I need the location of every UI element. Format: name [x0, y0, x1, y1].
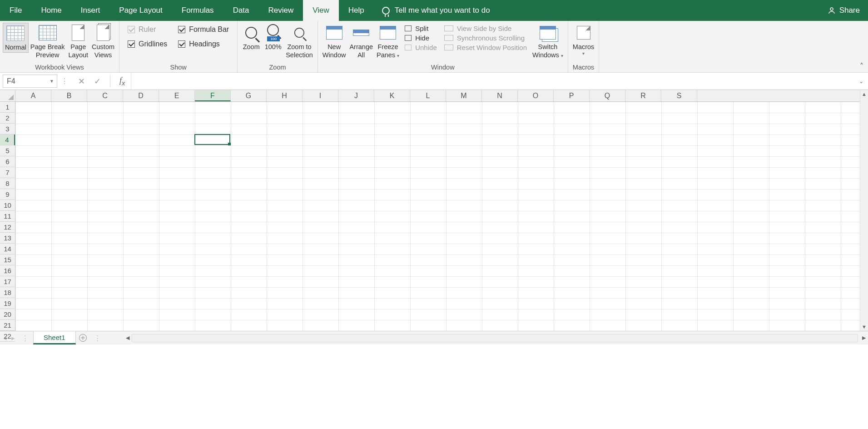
- freeze-panes-button[interactable]: Freeze Panes ▾: [375, 23, 401, 60]
- vertical-scrollbar[interactable]: ▲ ▼: [860, 90, 868, 331]
- tab-page-layout[interactable]: Page Layout: [109, 0, 172, 21]
- row-header[interactable]: 7: [0, 167, 15, 178]
- normal-view-button[interactable]: Normal: [3, 23, 29, 53]
- tab-handle-right[interactable]: ⋮: [90, 331, 105, 344]
- row-header[interactable]: 9: [0, 189, 15, 200]
- synchronous-scrolling-button: Synchronous Scrolling: [444, 34, 527, 42]
- collapse-ribbon-button[interactable]: ˄: [860, 62, 863, 70]
- column-headers[interactable]: ABCDEFGHIJKLMNOPQRS: [15, 90, 860, 102]
- row-header[interactable]: 14: [0, 244, 15, 254]
- tab-view[interactable]: View: [303, 0, 339, 21]
- scroll-right-button[interactable]: ▶: [860, 335, 868, 341]
- unhide-label: Unhide: [415, 44, 437, 51]
- row-header[interactable]: 1: [0, 102, 15, 113]
- column-header[interactable]: R: [625, 90, 661, 101]
- row-header[interactable]: 4: [0, 135, 15, 145]
- column-header[interactable]: B: [51, 90, 87, 101]
- scroll-down-button[interactable]: ▼: [860, 323, 868, 331]
- column-header[interactable]: C: [87, 90, 123, 101]
- switch-windows-button[interactable]: Switch Windows ▾: [531, 23, 565, 60]
- tab-help[interactable]: Help: [339, 0, 374, 21]
- column-header[interactable]: O: [518, 90, 554, 101]
- row-header[interactable]: 18: [0, 287, 15, 298]
- tell-me-search[interactable]: Tell me what you want to do: [374, 0, 498, 21]
- column-header[interactable]: Q: [590, 90, 625, 101]
- row-header[interactable]: 3: [0, 124, 15, 135]
- macros-icon: [575, 24, 593, 42]
- column-header[interactable]: J: [338, 90, 374, 101]
- column-header[interactable]: G: [231, 90, 267, 101]
- macros-button[interactable]: Macros ▾: [571, 23, 596, 58]
- row-header[interactable]: 11: [0, 211, 15, 222]
- hscroll-track[interactable]: [132, 334, 858, 342]
- row-header[interactable]: 15: [0, 254, 15, 265]
- expand-formula-bar-button[interactable]: ⌄: [859, 78, 868, 85]
- column-header[interactable]: M: [446, 90, 482, 101]
- row-headers[interactable]: 12345678910111213141516171819202122: [0, 102, 15, 331]
- horizontal-scrollbar[interactable]: ◀ ▶: [105, 331, 868, 344]
- zoom-100-button[interactable]: 100 100%: [262, 23, 284, 52]
- headings-checkbox[interactable]: Headings: [178, 40, 229, 48]
- hide-button[interactable]: Hide: [405, 34, 437, 42]
- split-label: Split: [415, 25, 428, 32]
- gridlines-checkbox[interactable]: Gridlines: [128, 40, 167, 48]
- tab-file[interactable]: File: [0, 0, 31, 21]
- split-button[interactable]: Split: [405, 25, 437, 32]
- column-header[interactable]: E: [159, 90, 195, 101]
- row-header[interactable]: 19: [0, 298, 15, 309]
- insert-function-button[interactable]: fx: [119, 76, 125, 87]
- cell-grid[interactable]: [15, 102, 860, 331]
- tab-insert[interactable]: Insert: [71, 0, 110, 21]
- row-header[interactable]: 13: [0, 233, 15, 244]
- name-box[interactable]: F4 ▼: [3, 75, 57, 88]
- column-header[interactable]: K: [374, 90, 410, 101]
- row-header[interactable]: 5: [0, 145, 15, 156]
- sheet-tab-active[interactable]: Sheet1: [33, 331, 76, 344]
- page-layout-button[interactable]: Page Layout: [67, 23, 90, 60]
- tab-data[interactable]: Data: [223, 0, 259, 21]
- row-header[interactable]: 21: [0, 320, 15, 331]
- column-header[interactable]: N: [482, 90, 518, 101]
- row-header[interactable]: 12: [0, 222, 15, 233]
- headings-label: Headings: [189, 40, 220, 48]
- row-header[interactable]: 16: [0, 265, 15, 276]
- row-header[interactable]: 10: [0, 200, 15, 211]
- column-header[interactable]: S: [661, 90, 697, 101]
- formula-bar-checkbox[interactable]: Formula Bar: [178, 25, 229, 34]
- row-header[interactable]: 6: [0, 156, 15, 167]
- column-header[interactable]: D: [123, 90, 159, 101]
- column-header[interactable]: A: [15, 90, 51, 101]
- group-macros: Macros ▾ Macros: [568, 21, 600, 72]
- tab-handle-left[interactable]: ⋮: [18, 331, 33, 344]
- row-header[interactable]: 2: [0, 113, 15, 124]
- arrange-all-button[interactable]: Arrange All: [347, 23, 375, 60]
- group-label-macros: Macros: [571, 63, 596, 72]
- row-header[interactable]: 17: [0, 276, 15, 287]
- formula-bar[interactable]: ⌄: [131, 73, 868, 90]
- new-window-button[interactable]: New Window: [321, 23, 348, 60]
- scroll-up-button[interactable]: ▲: [860, 90, 868, 98]
- name-box-dropdown-icon[interactable]: ▼: [50, 79, 54, 84]
- share-button[interactable]: Share: [828, 0, 860, 21]
- custom-views-button[interactable]: Custom Views: [90, 23, 116, 60]
- selected-cell[interactable]: [194, 134, 230, 145]
- page-break-preview-button[interactable]: Page Break Preview: [29, 23, 67, 60]
- select-all-corner[interactable]: [0, 90, 15, 102]
- zoom-to-selection-button[interactable]: Zoom to Selection: [284, 23, 315, 60]
- new-sheet-button[interactable]: [76, 331, 90, 344]
- column-header[interactable]: I: [303, 90, 338, 101]
- column-header[interactable]: L: [410, 90, 446, 101]
- zoom-button[interactable]: Zoom: [240, 23, 262, 52]
- scroll-left-button[interactable]: ◀: [124, 335, 132, 341]
- tab-review[interactable]: Review: [259, 0, 303, 21]
- column-header[interactable]: P: [554, 90, 590, 101]
- namebox-handle[interactable]: ⋮: [57, 73, 73, 90]
- row-header[interactable]: 20: [0, 309, 15, 320]
- tab-home[interactable]: Home: [31, 0, 71, 21]
- zoom-icon: [242, 24, 260, 42]
- tab-formulas[interactable]: Formulas: [172, 0, 223, 21]
- row-header[interactable]: 22: [0, 331, 15, 342]
- row-header[interactable]: 8: [0, 178, 15, 189]
- column-header[interactable]: H: [267, 90, 303, 101]
- column-header[interactable]: F: [195, 90, 231, 101]
